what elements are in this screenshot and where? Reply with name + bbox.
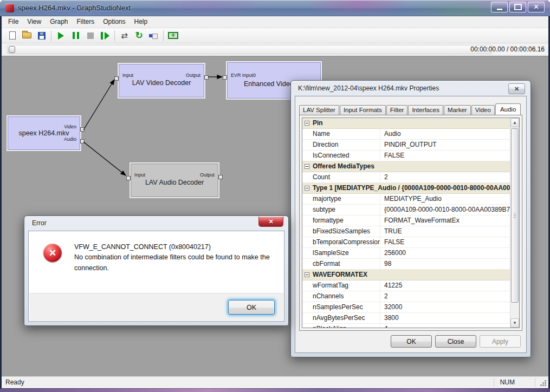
collapse-minus-icon[interactable] bbox=[305, 164, 309, 169]
tab-label: LAV Splitter bbox=[303, 107, 335, 113]
menu-item[interactable]: Graph bbox=[46, 16, 72, 28]
property-row[interactable]: Name Audio bbox=[302, 129, 510, 140]
tab[interactable]: Filter bbox=[386, 105, 408, 115]
pin-video-output[interactable] bbox=[80, 127, 85, 132]
play-button[interactable] bbox=[54, 29, 68, 42]
property-row[interactable]: formattype FORMAT_WaveFormatEx bbox=[302, 215, 510, 226]
pause-button[interactable] bbox=[68, 29, 83, 42]
property-row[interactable]: WAVEFORMATEX bbox=[302, 270, 510, 280]
menu-item[interactable]: Filters bbox=[73, 16, 99, 28]
tab-label: Video bbox=[475, 107, 491, 113]
seek-thumb[interactable] bbox=[9, 46, 15, 53]
close-icon[interactable] bbox=[528, 2, 545, 12]
property-name: nBlockAlign bbox=[312, 324, 380, 328]
property-name: cbFormat bbox=[312, 259, 380, 269]
disconnect-pins-button[interactable] bbox=[146, 29, 161, 42]
property-name: formattype bbox=[312, 215, 380, 226]
property-value: 4 bbox=[380, 324, 510, 328]
property-row[interactable]: nBlockAlign 4 bbox=[302, 324, 510, 328]
property-row[interactable]: Type 1 [MEDIATYPE_Audio / {0000A109-0000… bbox=[302, 183, 510, 194]
pin-output[interactable] bbox=[204, 75, 209, 80]
window-title: speex H264.mkv - GraphStudioNext bbox=[18, 4, 131, 12]
save-file-button[interactable] bbox=[34, 29, 49, 42]
playback-timestamp: 00:00:00.00 / 00:00:06.16 bbox=[470, 45, 545, 53]
properties-ok-button[interactable]: OK bbox=[391, 335, 432, 348]
scroll-up-icon[interactable]: ▲ bbox=[510, 118, 519, 127]
scroll-down-icon[interactable]: ▼ bbox=[510, 318, 519, 328]
property-row[interactable]: subtype {0000A109-0000-0010-8000-00AA003… bbox=[302, 205, 510, 215]
pin-audio-output[interactable] bbox=[80, 139, 85, 143]
pin-label-video: Video bbox=[64, 124, 76, 129]
error-ok-button[interactable]: OK bbox=[228, 300, 275, 315]
tab[interactable]: Marker bbox=[444, 105, 471, 115]
minimize-icon[interactable] bbox=[491, 2, 508, 12]
tab-label: Interfaces bbox=[412, 107, 439, 113]
new-document-button[interactable] bbox=[5, 29, 20, 42]
menu-item[interactable]: Options bbox=[99, 16, 130, 28]
filter-box-lav-video-decoder[interactable]: LAV Video Decoder Input Output bbox=[119, 64, 204, 97]
pin-label-evr-input0: EVR Input0 bbox=[231, 73, 256, 78]
property-row[interactable]: IsConnected FALSE bbox=[302, 151, 510, 161]
open-file-button[interactable] bbox=[20, 29, 34, 42]
collapse-minus-icon[interactable] bbox=[305, 121, 309, 126]
property-row[interactable]: Pin bbox=[302, 118, 510, 129]
filter-box-lav-audio-decoder[interactable]: LAV Audio Decoder Input Output bbox=[131, 164, 218, 197]
tab[interactable]: LAV Splitter bbox=[299, 105, 339, 115]
tab[interactable]: Video bbox=[471, 105, 495, 115]
property-row[interactable]: lSampleSize 256000 bbox=[302, 248, 510, 259]
error-close-icon[interactable] bbox=[258, 217, 283, 227]
property-name: bFixedSizeSamples bbox=[312, 226, 380, 237]
menu-item[interactable]: Help bbox=[130, 16, 152, 28]
menu-bar: FileViewGraphFiltersOptionsHelp bbox=[2, 16, 548, 28]
property-row[interactable]: Direction PINDIR_OUTPUT bbox=[302, 140, 510, 151]
property-row[interactable]: wFormatTag 41225 bbox=[302, 280, 510, 291]
tab[interactable]: Input Formats bbox=[340, 105, 386, 115]
property-row[interactable]: nSamplesPerSec 32000 bbox=[302, 302, 510, 313]
refresh-graph-button[interactable] bbox=[132, 29, 146, 42]
main-titlebar[interactable]: speex H264.mkv - GraphStudioNext bbox=[0, 0, 550, 16]
menu-item[interactable]: File bbox=[4, 16, 23, 28]
play-icon bbox=[58, 32, 64, 40]
connect-pins-button[interactable] bbox=[117, 29, 132, 42]
collapse-minus-icon[interactable] bbox=[305, 272, 309, 277]
property-row[interactable]: cbFormat 98 bbox=[302, 259, 510, 270]
property-value: 98 bbox=[380, 259, 510, 269]
property-row[interactable]: Count 2 bbox=[302, 172, 510, 183]
error-dialog-footer: OK bbox=[29, 293, 283, 321]
property-row[interactable]: nChannels 2 bbox=[302, 291, 510, 302]
property-grid-rows: Pin Name Audio bbox=[302, 118, 510, 328]
stop-button[interactable] bbox=[83, 29, 98, 42]
property-name: majortype bbox=[312, 194, 380, 204]
property-row[interactable]: nAvgBytesPerSec 3800 bbox=[302, 313, 510, 324]
properties-close-icon[interactable] bbox=[508, 83, 525, 94]
toolbar bbox=[2, 28, 548, 43]
pin-output[interactable] bbox=[218, 175, 223, 179]
property-row[interactable]: bFixedSizeSamples TRUE bbox=[302, 226, 510, 237]
property-value: FALSE bbox=[380, 151, 510, 161]
property-row[interactable]: Offered MediaTypes bbox=[302, 161, 510, 172]
pin-label-output: Output bbox=[200, 172, 215, 178]
scrollbar-thumb[interactable] bbox=[511, 128, 519, 303]
pin-input[interactable] bbox=[126, 176, 131, 180]
maximize-icon[interactable] bbox=[509, 2, 526, 12]
property-row[interactable]: majortype MEDIATYPE_Audio bbox=[302, 194, 510, 205]
step-button[interactable] bbox=[98, 29, 112, 42]
toolbar-separator bbox=[163, 30, 164, 41]
property-name: bTemporalCompression bbox=[312, 237, 380, 247]
pin-evr-input0[interactable] bbox=[223, 75, 227, 80]
menu-item[interactable]: View bbox=[23, 16, 46, 28]
grid-scrollbar[interactable]: ▲ ▼ bbox=[510, 118, 519, 328]
resize-grip-icon[interactable] bbox=[540, 380, 546, 386]
seek-track[interactable] bbox=[7, 45, 492, 54]
insert-filter-button[interactable] bbox=[166, 29, 180, 42]
pin-input[interactable] bbox=[114, 76, 119, 81]
collapse-minus-icon[interactable] bbox=[305, 186, 309, 191]
property-row[interactable]: bTemporalCompression FALSE bbox=[302, 237, 510, 248]
property-value: 2 bbox=[380, 291, 510, 302]
property-value: 256000 bbox=[380, 248, 510, 258]
properties-close-button[interactable]: Close bbox=[435, 335, 476, 348]
seek-row: 00:00:00.00 / 00:00:06.16 bbox=[2, 43, 548, 56]
tab[interactable]: Audio bbox=[495, 103, 521, 115]
tab[interactable]: Interfaces bbox=[408, 105, 443, 115]
filter-box-source[interactable]: speex H264.mkv Video Audio bbox=[8, 116, 80, 150]
